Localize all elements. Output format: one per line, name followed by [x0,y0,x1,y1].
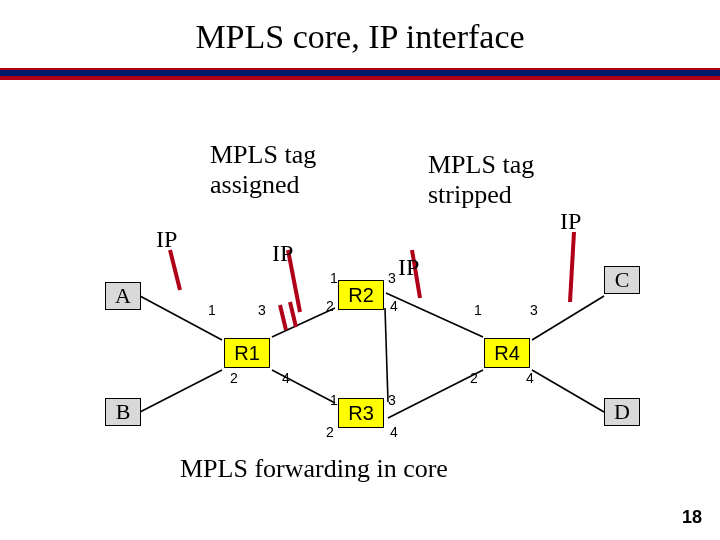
router-r2: R2 [338,280,384,310]
svg-line-5 [385,308,388,402]
caption-core: MPLS forwarding in core [180,454,448,484]
port-r1-3: 3 [258,302,266,318]
port-r1-2: 2 [230,370,238,386]
port-r3-2: 2 [326,424,334,440]
port-r3-4: 4 [390,424,398,440]
port-r3-3: 3 [388,392,396,408]
caption-stripped-l2: stripped [428,180,512,209]
svg-line-9 [170,250,180,290]
host-d: D [604,398,640,426]
port-r4-2: 2 [470,370,478,386]
svg-line-12 [570,232,574,302]
slide-title: MPLS core, IP interface [0,0,720,56]
ip-label-b: IP [272,240,293,267]
port-r2-2: 2 [326,298,334,314]
router-r4: R4 [484,338,530,368]
caption-stripped: MPLS tag stripped [428,150,534,210]
svg-line-14 [290,302,296,327]
ip-label-c: IP [398,254,419,281]
port-r2-1: 1 [330,270,338,286]
svg-line-13 [280,305,286,330]
svg-line-6 [388,370,483,418]
caption-assigned-l2: assigned [210,170,300,199]
host-c: C [604,266,640,294]
svg-line-7 [532,296,604,340]
ip-label-a: IP [156,226,177,253]
port-r3-1: 1 [330,392,338,408]
port-r2-3: 3 [388,270,396,286]
port-r2-4: 4 [390,298,398,314]
port-r1-4: 4 [282,370,290,386]
page-number: 18 [682,507,702,528]
router-r3: R3 [338,398,384,428]
router-r1: R1 [224,338,270,368]
svg-line-4 [386,293,483,337]
caption-assigned-l1: MPLS tag [210,140,316,169]
svg-line-8 [532,370,604,412]
caption-assigned: MPLS tag assigned [210,140,316,200]
svg-line-1 [140,370,222,412]
title-rule-inner [0,70,720,76]
port-r4-3: 3 [530,302,538,318]
host-a: A [105,282,141,310]
host-b: B [105,398,141,426]
port-r1-1: 1 [208,302,216,318]
port-r4-1: 1 [474,302,482,318]
caption-stripped-l1: MPLS tag [428,150,534,179]
port-r4-4: 4 [526,370,534,386]
ip-label-d: IP [560,208,581,235]
